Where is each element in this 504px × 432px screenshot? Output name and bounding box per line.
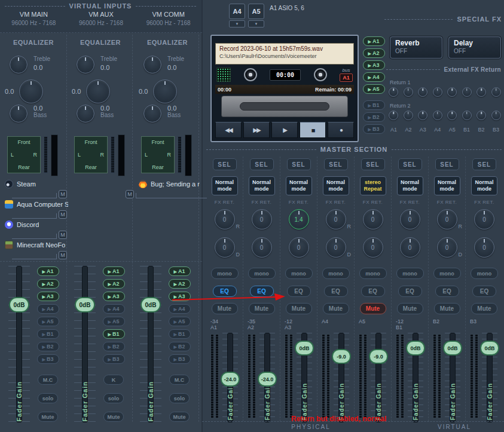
eq-button[interactable]: EQ (324, 286, 348, 297)
fader-handle[interactable]: -24.0 (258, 372, 277, 387)
stop-button[interactable]: ■ (300, 122, 326, 138)
return1-a2-knob[interactable] (404, 87, 413, 97)
route-b2-button[interactable]: ▶B2 (169, 342, 191, 351)
route-a1-button[interactable]: ▶A1 (169, 266, 191, 276)
sel-button[interactable]: SEL (287, 158, 311, 170)
delay-return-knob[interactable]: 0 (400, 237, 420, 258)
reverb-return-knob[interactable]: 1.4 (289, 209, 309, 229)
return2-b2-knob[interactable] (476, 111, 486, 120)
mid-knob[interactable] (19, 79, 43, 103)
hw-out-a5-button[interactable]: A5 (248, 4, 264, 19)
eq-button[interactable]: EQ (472, 286, 496, 297)
mute-button[interactable]: Mute (286, 303, 312, 314)
mid-knob[interactable] (86, 79, 110, 103)
reverb-return-knob[interactable]: 0 (400, 209, 420, 229)
reverb-button[interactable]: Reverb OFF (390, 36, 442, 59)
mute-button[interactable]: Mute (471, 303, 497, 314)
eq-button[interactable]: EQ (398, 286, 422, 297)
fader-handle[interactable]: 0dB (295, 341, 314, 356)
route-a4-button[interactable]: ▶A4 (363, 72, 385, 82)
mode-button[interactable]: Normalmode (397, 176, 423, 195)
sel-button[interactable]: SEL (250, 158, 274, 170)
route-a2-button[interactable]: ▶A2 (169, 279, 191, 289)
mode-button[interactable]: Normalmode (434, 176, 460, 195)
return2-a2-knob[interactable] (404, 111, 413, 120)
route-b3-button[interactable]: ▶B3 (37, 354, 59, 364)
fast-forward-button[interactable]: ▶▶ (243, 122, 270, 138)
sel-button[interactable]: SEL (324, 158, 348, 170)
delay-return-knob[interactable]: 0 (215, 237, 235, 258)
recorder-file-display[interactable]: Record 2023-06-10 at 15h57m59s.wav C:\Us… (215, 43, 354, 65)
mute-button[interactable]: Mute (38, 412, 58, 422)
delay-return-knob[interactable]: 0 (363, 237, 383, 258)
mode-button[interactable]: Normalmode (286, 176, 312, 195)
fader-handle[interactable]: 0dB (406, 341, 425, 356)
fader-handle[interactable]: 0dB (480, 341, 499, 356)
return2-b1-knob[interactable] (462, 111, 472, 120)
mode-button[interactable]: Normalmode (323, 176, 349, 195)
mute-button[interactable]: Mute (434, 303, 460, 314)
fader-handle[interactable]: 0dB (443, 341, 462, 356)
reverb-return-knob[interactable]: 0 (363, 209, 383, 229)
route-b2-button[interactable]: ▶B2 (37, 342, 59, 351)
fader-track[interactable]: Fader Gain0dB (72, 266, 98, 422)
bass-knob[interactable] (77, 105, 94, 122)
sel-button[interactable]: SEL (472, 158, 496, 170)
solo-button[interactable]: solo (169, 393, 190, 403)
app-mute-button[interactable]: M (59, 231, 67, 239)
karaoke-button[interactable]: K (103, 375, 124, 385)
eq-button[interactable]: EQ (435, 286, 459, 297)
treble-knob[interactable] (77, 56, 94, 73)
mode-button[interactable]: Normalmode (249, 176, 275, 195)
fader-handle[interactable]: 0dB (75, 297, 95, 312)
route-b2-button[interactable]: ▶B2 (363, 112, 385, 122)
pan-position-panel[interactable]: FrontLRRear (141, 136, 175, 173)
pan-position-panel[interactable]: FrontLRRear (7, 136, 41, 173)
hw-out-a4-button[interactable]: A4 (229, 4, 245, 19)
return1-a1-knob[interactable] (389, 87, 398, 97)
mono-button[interactable]: mono (248, 268, 276, 279)
return2-a1-knob[interactable] (389, 111, 398, 120)
mute-button[interactable]: Mute (103, 412, 124, 422)
route-a2-button[interactable]: ▶A2 (363, 48, 385, 58)
bus-value[interactable]: A1 (340, 73, 353, 82)
mc-button[interactable]: M.C (38, 375, 58, 385)
mono-button[interactable]: mono (433, 268, 461, 279)
rewind-button[interactable]: ◀◀ (215, 122, 242, 138)
return2-a3-knob[interactable] (418, 111, 427, 120)
eq-button[interactable]: EQ (361, 286, 385, 297)
mode-button[interactable]: Normalmode (212, 176, 238, 195)
reverb-return-knob[interactable]: 0 (252, 209, 272, 229)
mc-button[interactable]: M.C (169, 375, 190, 385)
reverb-return-knob[interactable]: 0 (326, 209, 346, 229)
route-a1-button[interactable]: ▶A1 (363, 36, 385, 46)
route-a4-button[interactable]: ▶A4 (169, 304, 191, 314)
route-b1-button[interactable]: ▶B1 (169, 329, 191, 339)
sel-button[interactable]: SEL (361, 158, 385, 170)
mono-button[interactable]: mono (285, 268, 313, 279)
mono-button[interactable]: mono (322, 268, 350, 279)
sel-button[interactable]: SEL (213, 158, 237, 170)
play-button[interactable]: ▶ (271, 122, 298, 138)
app-mute-button[interactable]: M (59, 251, 67, 259)
return2-a4-knob[interactable] (433, 111, 442, 120)
fader-handle[interactable]: -9.0 (332, 349, 351, 364)
route-a5-button[interactable]: ▶A5 (103, 317, 125, 326)
mono-button[interactable]: mono (396, 268, 424, 279)
route-a2-button[interactable]: ▶A2 (37, 279, 59, 289)
return1-b1-knob[interactable] (462, 87, 472, 97)
app-mute-button[interactable]: M (126, 190, 134, 198)
route-a1-button[interactable]: ▶A1 (103, 266, 125, 276)
route-a2-button[interactable]: ▶A2 (103, 279, 125, 289)
delay-return-knob[interactable]: 0 (326, 237, 346, 258)
route-a4-button[interactable]: ▶A4 (37, 304, 59, 314)
mute-button[interactable]: Mute (323, 303, 349, 314)
mute-button[interactable]: Mute (212, 303, 238, 314)
fader-handle[interactable]: -9.0 (369, 349, 388, 364)
record-button[interactable]: ● (328, 122, 354, 138)
delay-return-knob[interactable]: 0 (474, 237, 494, 258)
route-a3-button[interactable]: ▶A3 (37, 292, 59, 301)
route-a5-button[interactable]: ▶A5 (363, 84, 385, 94)
return2-b3-knob[interactable] (491, 111, 501, 120)
delay-button[interactable]: Delay OFF (448, 36, 501, 59)
